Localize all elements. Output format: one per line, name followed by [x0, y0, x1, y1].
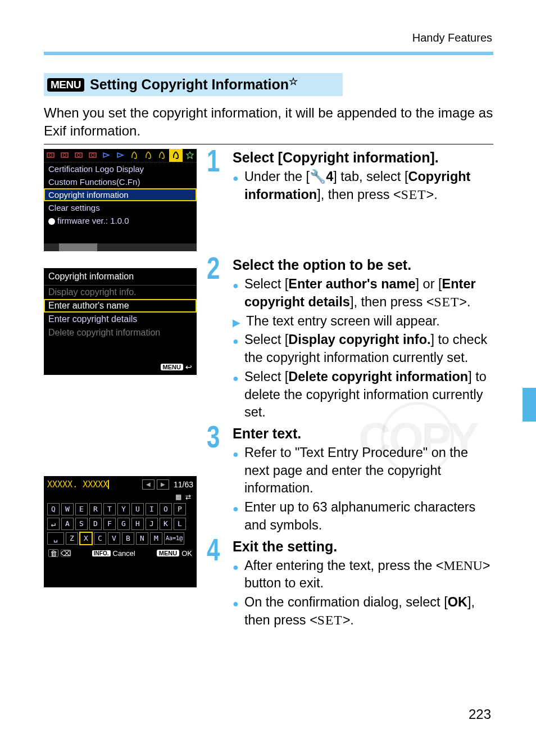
svg-point-7 [91, 154, 94, 157]
keyboard-key[interactable]: B [122, 532, 134, 545]
svg-point-1 [49, 154, 52, 157]
step-bullet: ▶The text entry screen will appear. [233, 313, 493, 331]
menu2-option: Delete copyright information [44, 326, 197, 339]
cursor-right-button[interactable]: ▶ [157, 479, 169, 490]
keyboard-key[interactable]: X [80, 532, 92, 545]
dot-bullet-icon: ● [233, 597, 239, 629]
keyboard-key[interactable]: R [89, 503, 102, 515]
step-title: Exit the setting. [233, 538, 493, 555]
keyboard-key[interactable]: N [136, 532, 148, 545]
menu2-option: Enter author's name [44, 299, 197, 313]
instruction-step: 2Select the option to be set.●Select [En… [207, 256, 493, 422]
side-tab-indicator [523, 388, 536, 422]
keyboard-key[interactable]: I [146, 503, 158, 515]
menu-badge-icon: MENU [47, 78, 84, 92]
step-bullet: ●After entering the text, press the <MEN… [233, 557, 493, 592]
mode-switch-key[interactable]: Aa=1@ [164, 532, 184, 545]
star-icon: ☆ [289, 76, 298, 87]
bullet-text: After entering the text, press the <MENU… [244, 557, 493, 592]
keyboard-key[interactable]: E [75, 503, 88, 515]
keyboard-key[interactable]: P [174, 503, 186, 515]
instruction-step: 3Enter text.●Refer to "Text Entry Proced… [207, 425, 493, 535]
section-title-text: Setting Copyright Information☆ [90, 76, 298, 93]
instruction-step: 1Select [Copyright information].●Under t… [207, 149, 493, 203]
section-title-bar: MENU Setting Copyright Information☆ [44, 73, 343, 96]
keyboard-key[interactable]: M [150, 532, 162, 545]
bullet-text: Under the [🔧4] tab, select [Copyright in… [244, 168, 493, 203]
keyboard-key[interactable]: W [61, 503, 74, 515]
info-cancel-button[interactable]: INFO. Cancel [92, 549, 135, 558]
keyboard-key[interactable]: Q [47, 503, 60, 515]
keyboard-key[interactable]: Y [117, 503, 130, 515]
keyboard-key[interactable]: O [160, 503, 172, 515]
dot-bullet-icon: ● [233, 279, 239, 311]
intro-paragraph: When you set the copyright information, … [44, 104, 493, 144]
keyboard-key[interactable]: G [117, 518, 130, 530]
keyboard-key[interactable]: V [108, 532, 120, 545]
keyboard-key[interactable]: S [75, 518, 88, 530]
menu-tab-row [44, 149, 197, 162]
instruction-step: 4Exit the setting.●After entering the te… [207, 538, 493, 630]
keyboard-key[interactable]: Z [66, 532, 78, 545]
step-number: 3 [207, 418, 220, 455]
step-number: 4 [207, 531, 220, 568]
delete-char-button[interactable]: 🗑⌫ [48, 549, 71, 557]
menu2-option: Enter copyright details [44, 313, 197, 326]
chapter-header: Handy Features [412, 31, 492, 44]
step-bullet: ●Select [Delete copyright information] t… [233, 368, 493, 422]
enter-key[interactable]: ↵ [47, 518, 60, 530]
menu-back-indicator: MENU ↩ [161, 363, 192, 372]
space-key[interactable]: ␣ [47, 532, 64, 545]
keyboard-key[interactable]: A [61, 518, 74, 530]
keyboard-key[interactable]: F [103, 518, 116, 530]
step-number: 2 [207, 250, 220, 286]
dot-bullet-icon: ● [233, 334, 239, 366]
dot-bullet-icon: ● [233, 447, 239, 497]
dot-bullet-icon: ● [233, 372, 239, 422]
step-title: Select [Copyright information]. [233, 149, 493, 166]
keyboard-key[interactable]: K [160, 518, 172, 530]
camera-screen-copyright-menu: Copyright information Display copyright … [44, 268, 197, 375]
text-entry-value: XXXXX. XXXXX [47, 479, 140, 490]
bullet-text: Select [Enter author's name] or [Enter c… [244, 275, 493, 311]
step-title: Select the option to be set. [233, 256, 493, 273]
step-bullet: ●Refer to "Text Entry Procedure" on the … [233, 444, 493, 497]
keyboard-key[interactable]: U [131, 503, 144, 515]
header-divider [44, 52, 493, 55]
bullet-text: Select [Delete copyright information] to… [244, 368, 493, 422]
bullet-text: Select [Display copyright info.] to chec… [244, 331, 493, 366]
step-number: 1 [207, 142, 220, 179]
menu-ok-button[interactable]: MENU OK [157, 549, 192, 558]
cursor-left-button[interactable]: ◀ [142, 479, 155, 490]
keyboard-key[interactable]: H [131, 518, 144, 530]
input-mode-icons: ▦ ⇄ [44, 493, 197, 503]
menu1-item: Certification Logo Display [44, 162, 197, 175]
menu2-option: Display copyright info. [44, 286, 197, 299]
keyboard-key[interactable]: T [103, 503, 116, 515]
menu1-item: Custom Functions(C.Fn) [44, 175, 197, 188]
svg-point-3 [63, 154, 66, 157]
camera-screen-setup-menu: Certification Logo DisplayCustom Functio… [44, 149, 197, 251]
menu1-item: Copyright information [44, 188, 197, 201]
dot-bullet-icon: ● [233, 502, 239, 534]
camera-screen-text-entry: XXXXX. XXXXX ◀ ▶ 11/63 ▦ ⇄ QWERTYUIOP↵AS… [44, 476, 197, 587]
step-bullet: ●Under the [🔧4] tab, select [Copyright i… [233, 168, 493, 203]
step-bullet: ●Select [Display copyright info.] to che… [233, 331, 493, 366]
wrench-4-tab [169, 149, 183, 162]
keyboard-key[interactable]: D [89, 518, 102, 530]
keyboard-key[interactable]: J [146, 518, 158, 530]
dot-bullet-icon: ● [233, 171, 239, 203]
keyboard-key[interactable]: C [94, 532, 106, 545]
bullet-text: On the confirmation dialog, select [OK],… [244, 594, 493, 629]
step-title: Enter text. [233, 425, 493, 442]
svg-point-5 [77, 154, 80, 157]
step-bullet: ●Enter up to 63 alphanumeric characters … [233, 499, 493, 534]
menu1-item: firmware ver.: 1.0.0 [44, 214, 197, 227]
menu1-item: Clear settings [44, 201, 197, 214]
step-bullet: ●On the confirmation dialog, select [OK]… [233, 594, 493, 629]
submenu-title: Copyright information [44, 268, 197, 285]
arrow-bullet-icon: ▶ [233, 316, 240, 331]
keyboard-key[interactable]: L [174, 518, 186, 530]
dot-bullet-icon: ● [233, 560, 239, 592]
bullet-text: Refer to "Text Entry Procedure" on the n… [244, 444, 493, 497]
